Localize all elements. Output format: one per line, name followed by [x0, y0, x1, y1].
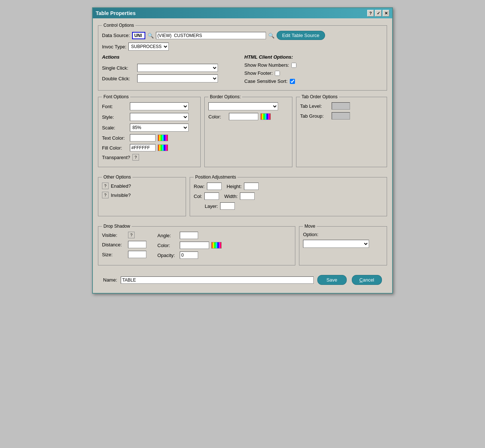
- pos-width-label: Width:: [224, 194, 238, 199]
- show-row-numbers-checkbox[interactable]: [291, 63, 296, 68]
- text-color-input[interactable]: [130, 134, 156, 142]
- case-sensitive-checkbox[interactable]: [290, 79, 295, 84]
- pos-col-input[interactable]: [204, 192, 219, 200]
- style-label: Style:: [102, 114, 128, 120]
- case-sensitive-row: Case Sensitive Sort:: [244, 78, 383, 84]
- enabled-row: ? Enabled?: [102, 183, 182, 189]
- dialog-body: Control Options Data Source: UNI 🔍 🔍 Edi…: [93, 18, 392, 293]
- transparent-label: Transparent?: [102, 155, 130, 160]
- control-options-section: Control Options Data Source: UNI 🔍 🔍 Edi…: [98, 23, 387, 91]
- shadow-color-input[interactable]: [180, 242, 209, 249]
- enabled-question-box[interactable]: ?: [102, 183, 109, 189]
- move-select-row: [303, 240, 383, 248]
- invisible-question-box[interactable]: ?: [102, 192, 109, 198]
- bottom-row: Drop Shadow Visible: ? Distance: Size:: [98, 224, 387, 269]
- border-options-legend: Border Options:: [208, 94, 242, 99]
- pos-layer-input[interactable]: [220, 202, 235, 210]
- tab-group-label: Tab Group:: [300, 113, 329, 119]
- fill-color-label: Fill Color:: [102, 145, 128, 151]
- shadow-opacity-label: Opacity:: [157, 253, 178, 258]
- fill-color-swatch[interactable]: [158, 144, 168, 151]
- help-button[interactable]: ?: [367, 10, 374, 16]
- transparent-question-box[interactable]: ?: [132, 154, 139, 161]
- html-client-column: HTML Client Options: Show Row Numbers: S…: [244, 54, 383, 87]
- invisible-row: ? Invisible?: [102, 192, 182, 198]
- col-width-row: Col: Width:: [194, 192, 383, 200]
- shadow-angle-input[interactable]: [180, 232, 198, 239]
- case-sensitive-label: Case Sensitive Sort:: [244, 78, 288, 84]
- move-legend: Move: [303, 224, 317, 229]
- shadow-opacity-row: Opacity:: [157, 251, 222, 259]
- transparent-row: Transparent? ?: [102, 154, 197, 161]
- border-options-section: Border Options: Color:: [204, 94, 292, 167]
- pos-width-input[interactable]: [240, 192, 255, 200]
- data-source-input[interactable]: [156, 32, 266, 39]
- data-source-row: Data Source: UNI 🔍 🔍 Edit Table Source: [102, 31, 383, 40]
- shadow-angle-row: Angle:: [157, 232, 222, 239]
- tab-group-input[interactable]: [332, 112, 350, 120]
- border-color-input[interactable]: [229, 113, 258, 120]
- pos-row-input[interactable]: [207, 183, 222, 190]
- ok-button[interactable]: ✓: [375, 10, 382, 16]
- style-select[interactable]: [130, 113, 189, 121]
- tab-level-input[interactable]: [332, 102, 350, 110]
- row-height-row: Row: Height:: [194, 183, 383, 190]
- tab-level-row: Tab Level:: [300, 102, 383, 110]
- move-option-row: Option:: [303, 232, 383, 237]
- edit-table-source-button[interactable]: Edit Table Source: [277, 31, 325, 40]
- shadow-size-row: Size:: [102, 251, 146, 258]
- pos-height-label: Height:: [227, 184, 242, 189]
- shadow-size-input[interactable]: [128, 251, 146, 258]
- invoc-type-select[interactable]: SUBPROCESS WINDOW NONE: [128, 43, 169, 51]
- scale-label: Scale:: [102, 125, 128, 131]
- title-bar-buttons: ? ✓ ✕: [367, 10, 389, 16]
- shadow-angle-label: Angle:: [157, 233, 178, 238]
- name-input[interactable]: [121, 276, 313, 284]
- fill-color-row: Fill Color:: [102, 144, 197, 151]
- cancel-button[interactable]: Cancel: [352, 275, 382, 285]
- tab-order-legend: Tab Order Options: [300, 94, 339, 99]
- table-properties-dialog: Table Properties ? ✓ ✕ Control Options D…: [92, 7, 393, 294]
- other-options-section: Other Options ? Enabled? ? Invisible?: [98, 175, 186, 216]
- shadow-color-swatch[interactable]: [211, 242, 222, 249]
- position-adjustments-legend: Position Adjustments: [194, 175, 237, 180]
- shadow-opacity-input[interactable]: [180, 251, 198, 259]
- font-select[interactable]: [130, 102, 189, 110]
- font-options-legend: Font Options: [102, 94, 130, 99]
- uni-search-icon[interactable]: 🔍: [147, 33, 154, 38]
- double-click-select[interactable]: [137, 74, 218, 82]
- fill-color-input[interactable]: [130, 144, 156, 151]
- single-click-select[interactable]: [137, 64, 218, 72]
- move-option-select[interactable]: [303, 240, 369, 248]
- show-footer-checkbox[interactable]: [275, 71, 280, 76]
- close-button[interactable]: ✕: [383, 10, 389, 16]
- border-type-select[interactable]: [208, 102, 278, 110]
- border-color-swatch[interactable]: [260, 113, 271, 120]
- position-adjustments-section: Position Adjustments Row: Height: Col: W…: [190, 175, 387, 216]
- pos-col-label: Col:: [194, 194, 202, 199]
- scale-select[interactable]: 85%: [130, 124, 189, 132]
- cancel-rest: ancel: [363, 277, 374, 283]
- save-button[interactable]: Save: [317, 275, 347, 285]
- actions-column: Actions Single Click: Double Click:: [102, 54, 241, 87]
- text-color-swatch[interactable]: [158, 135, 168, 141]
- shadow-distance-input[interactable]: [128, 241, 146, 248]
- double-click-label: Double Click:: [102, 76, 135, 81]
- control-options-legend: Control Options: [102, 23, 135, 28]
- shadow-distance-row: Distance:: [102, 241, 146, 248]
- shadow-visible-box[interactable]: ?: [128, 232, 135, 238]
- border-type-row: [208, 102, 288, 110]
- style-row: Style:: [102, 113, 197, 121]
- border-color-row: Color:: [208, 113, 288, 120]
- text-color-label: Text Color:: [102, 135, 128, 141]
- name-label: Name:: [103, 277, 117, 283]
- data-source-uni[interactable]: UNI: [132, 32, 145, 39]
- actions-header-row: Actions: [102, 54, 241, 61]
- border-color-label: Color:: [208, 114, 227, 120]
- tab-level-label: Tab Level:: [300, 103, 329, 109]
- data-source-search-icon[interactable]: 🔍: [268, 33, 274, 38]
- drop-shadow-legend: Drop Shadow: [102, 224, 132, 229]
- pos-layer-label: Layer:: [205, 203, 218, 209]
- shadow-color-label: Color:: [157, 243, 178, 248]
- pos-height-input[interactable]: [244, 183, 259, 190]
